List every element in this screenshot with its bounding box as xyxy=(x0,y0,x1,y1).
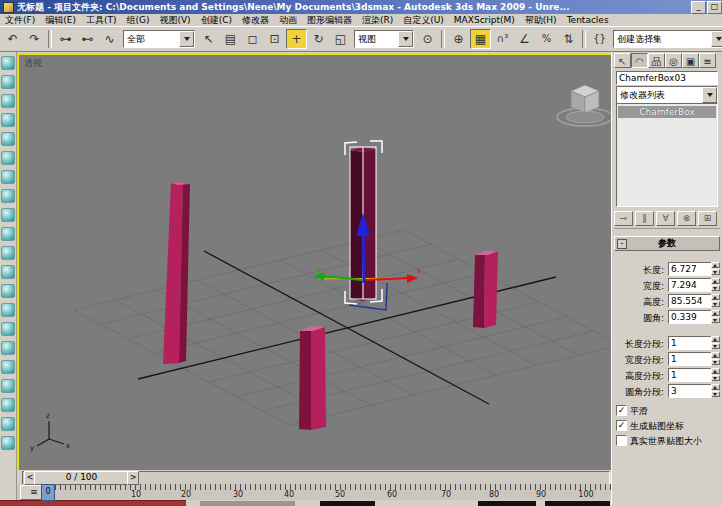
menu-item-group[interactable]: 组(G) xyxy=(121,14,154,27)
fillet-field[interactable]: 0.339 xyxy=(668,310,712,324)
fillet-segs-spinner[interactable] xyxy=(711,384,720,398)
maxscript-mini-listener[interactable] xyxy=(0,500,186,506)
parameters-rollout-header[interactable]: - 参数 xyxy=(614,236,720,251)
spinner-snap-button[interactable]: ⇅ xyxy=(558,29,579,49)
dropdown-arrow-icon[interactable] xyxy=(179,31,194,47)
reactor-tool-icon[interactable] xyxy=(1,360,15,374)
menu-item-tools[interactable]: 工具(T) xyxy=(81,14,122,27)
length-segs-field[interactable]: 1 xyxy=(668,336,712,350)
length-field[interactable]: 6.727 xyxy=(668,262,712,276)
hierarchy-tab[interactable]: 品 xyxy=(648,53,665,68)
menu-item-create[interactable]: 创建(C) xyxy=(196,14,237,27)
width-spinner[interactable] xyxy=(711,278,720,292)
bind-to-space-warp-button[interactable]: ∿ xyxy=(99,29,120,49)
named-selection-set-dropdown[interactable]: 创建选择集 xyxy=(613,30,722,48)
mapping-coords-checkbox[interactable]: ✓ xyxy=(616,420,627,431)
menu-item-help[interactable]: 帮助(H) xyxy=(520,14,562,27)
fillet-spinner[interactable] xyxy=(711,310,720,324)
select-and-move-button[interactable]: + xyxy=(286,29,307,49)
title-bar[interactable]: 无标题 - 项目文件夹: C:\Documents and Settings\N… xyxy=(0,0,722,14)
viewport-label[interactable]: 透视 xyxy=(24,57,42,70)
reactor-tool-icon[interactable] xyxy=(1,284,15,298)
length-segs-spinner[interactable] xyxy=(711,336,720,350)
show-end-result-button[interactable]: ‖ xyxy=(635,211,654,226)
reactor-tool-icon[interactable] xyxy=(1,151,15,165)
reactor-tool-icon[interactable] xyxy=(1,132,15,146)
menu-item-tentacles[interactable]: Tentacles xyxy=(562,15,614,25)
reactor-tool-icon[interactable] xyxy=(1,265,15,279)
select-and-manipulate-button[interactable]: ⊕ xyxy=(448,29,469,49)
dropdown-arrow-icon[interactable] xyxy=(702,87,717,103)
reactor-tool-icon[interactable] xyxy=(1,208,15,222)
undo-button[interactable]: ↶ xyxy=(2,29,23,49)
reactor-tool-icon[interactable] xyxy=(1,303,15,317)
object-name-field[interactable] xyxy=(616,71,718,85)
dropdown-arrow-icon[interactable] xyxy=(711,31,722,47)
menu-item-graph-editors[interactable]: 图形编辑器 xyxy=(302,14,357,27)
chamferbox-pillar-left[interactable] xyxy=(163,182,190,364)
height-segs-field[interactable]: 1 xyxy=(668,368,712,382)
width-field[interactable]: 7.294 xyxy=(668,278,712,292)
modify-tab[interactable]: ◠ xyxy=(631,53,648,68)
modifier-stack[interactable]: ChamferBox xyxy=(616,103,718,207)
display-tab[interactable]: ▣ xyxy=(682,53,699,68)
menu-item-maxscript[interactable]: MAXScript(M) xyxy=(449,15,520,25)
height-spinner[interactable] xyxy=(711,294,720,308)
unlink-selection-button[interactable]: ⊷ xyxy=(77,29,98,49)
utilities-tab[interactable]: ≡ xyxy=(699,53,716,68)
chamferbox-pillar-bottom[interactable] xyxy=(299,326,326,430)
reactor-tool-icon[interactable] xyxy=(1,341,15,355)
height-segs-spinner[interactable] xyxy=(711,368,720,382)
stack-item-chamferbox[interactable]: ChamferBox xyxy=(618,106,716,118)
reactor-tool-icon[interactable] xyxy=(1,56,15,70)
menu-item-customize[interactable]: 自定义(U) xyxy=(398,14,449,27)
dropdown-arrow-icon[interactable] xyxy=(398,31,413,47)
percent-snap-button[interactable]: % xyxy=(536,29,557,49)
viewcube[interactable] xyxy=(557,85,612,126)
fillet-segs-field[interactable]: 3 xyxy=(668,384,712,398)
selection-filter-dropdown[interactable]: 全部 xyxy=(123,30,195,48)
reactor-tool-icon[interactable] xyxy=(1,189,15,203)
select-object-button[interactable]: ↖ xyxy=(198,29,219,49)
create-tab[interactable]: ↖ xyxy=(614,53,631,68)
window-crossing-toggle-button[interactable]: ⊡ xyxy=(264,29,285,49)
minimize-button[interactable]: _ xyxy=(691,1,706,14)
length-spinner[interactable] xyxy=(711,262,720,276)
current-frame-marker[interactable]: 0 xyxy=(41,484,55,501)
select-by-name-button[interactable]: ▤ xyxy=(220,29,241,49)
select-and-rotate-button[interactable]: ↻ xyxy=(308,29,329,49)
menu-item-animation[interactable]: 动画 xyxy=(274,14,302,27)
next-frame-button[interactable]: > xyxy=(127,471,139,485)
menu-item-modifiers[interactable]: 修改器 xyxy=(237,14,274,27)
height-field[interactable]: 85.554 xyxy=(668,294,712,308)
real-world-map-checkbox[interactable] xyxy=(616,435,627,446)
reactor-tool-icon[interactable] xyxy=(1,246,15,260)
reactor-tool-icon[interactable] xyxy=(1,94,15,108)
reactor-tool-icon[interactable] xyxy=(1,436,15,450)
edit-named-selection-sets-button[interactable]: {} xyxy=(589,29,610,49)
keyboard-shortcut-override-button[interactable]: ▦ xyxy=(470,29,491,49)
z-axis-handle[interactable] xyxy=(363,233,364,283)
use-center-button[interactable]: ⊙ xyxy=(417,29,438,49)
reactor-tool-icon[interactable] xyxy=(1,322,15,336)
menu-item-file[interactable]: 文件(F) xyxy=(0,14,40,27)
track-bar-ruler[interactable]: 10 20 30 40 50 60 70 80 90 100 xyxy=(55,484,611,501)
width-segs-spinner[interactable] xyxy=(711,352,720,366)
reference-coordinate-dropdown[interactable]: 视图 xyxy=(354,30,414,48)
reactor-tool-icon[interactable] xyxy=(1,170,15,184)
menu-item-views[interactable]: 视图(V) xyxy=(154,14,195,27)
smooth-checkbox[interactable]: ✓ xyxy=(616,405,627,416)
select-and-link-button[interactable]: ⊶ xyxy=(55,29,76,49)
pin-stack-button[interactable]: ⊸ xyxy=(614,211,633,226)
chamferbox-pillar-right[interactable] xyxy=(473,251,498,328)
reactor-tool-icon[interactable] xyxy=(1,227,15,241)
menu-item-rendering[interactable]: 渲染(R) xyxy=(357,14,398,27)
rectangular-selection-region-button[interactable]: ◻ xyxy=(242,29,263,49)
reactor-tool-icon[interactable] xyxy=(1,379,15,393)
rollout-collapse-icon[interactable]: - xyxy=(617,239,627,249)
select-and-scale-button[interactable]: ◱ xyxy=(330,29,351,49)
reactor-tool-icon[interactable] xyxy=(1,113,15,127)
menu-item-edit[interactable]: 编辑(E) xyxy=(40,14,81,27)
perspective-viewport[interactable]: 透视 xyxy=(17,53,614,472)
make-unique-button[interactable]: ∀ xyxy=(656,211,675,226)
